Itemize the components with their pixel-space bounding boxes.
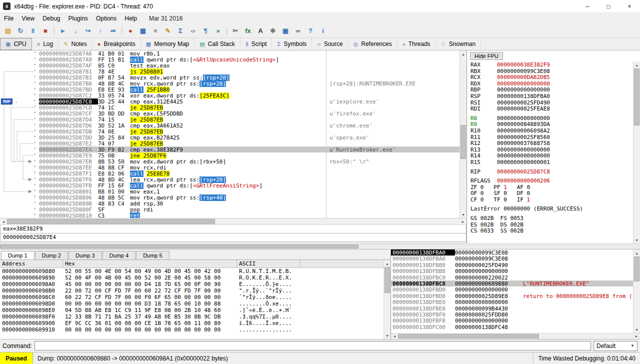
- disasm-row[interactable]: •00000000025D87A641 B0 01mov r8b,1: [0, 50, 460, 56]
- disasm-row[interactable]: •00000000025D880B48 83 C4add rsp,30: [0, 200, 460, 206]
- dump-row[interactable]: 00000000006098C060 22 72 CF FD 7F 00 00 …: [0, 294, 384, 300]
- scroll-right-icon[interactable]: ►: [460, 218, 466, 224]
- disasm-row[interactable]: •00000000025D880F5Fpop rdi: [0, 206, 460, 212]
- font-icon[interactable]: A: [254, 25, 266, 36]
- tab-references[interactable]: ◎References: [348, 38, 398, 50]
- breakpoint-dot[interactable]: •: [0, 212, 39, 218]
- source-icon[interactable]: ‹›: [187, 25, 199, 36]
- step-into-icon[interactable]: ↓: [70, 25, 82, 36]
- scroll-up-icon[interactable]: ▲: [384, 260, 390, 267]
- menu-file[interactable]: File: [0, 14, 18, 24]
- tab-snowman[interactable]: ☃Snowman: [436, 38, 481, 50]
- tab-symbols[interactable]: ΣSymbols: [272, 38, 312, 50]
- breakpoint-dot[interactable]: •: [0, 128, 39, 134]
- dump-row[interactable]: 000000000060988052 00 55 00 4E 00 54 00 …: [0, 268, 384, 274]
- scrollbar-thumb[interactable]: [634, 68, 640, 126]
- breakpoint-dot[interactable]: •: [0, 50, 39, 56]
- dump-row[interactable]: 000000000060989052 00 4F 00 4B 00 45 00 …: [0, 274, 384, 281]
- breakpoint-dot[interactable]: •: [0, 86, 39, 92]
- breakpoint-dot[interactable]: •: [0, 176, 39, 182]
- dump-tab-dump-5[interactable]: Dump 5: [136, 251, 170, 260]
- tab-breakpoints[interactable]: ●Breakpoints: [92, 38, 141, 50]
- stack-row[interactable]: 00000000138DFBA000000000099C3E08: [391, 250, 633, 256]
- scroll-left-icon[interactable]: ◄: [0, 218, 7, 224]
- disasm-row[interactable]: •00000000025D87AF85 C0test eax,eax: [0, 62, 460, 68]
- pause-icon[interactable]: ‖: [27, 25, 39, 36]
- disasm-row[interactable]: •00000000025D8801B8 01 00mov eax,1: [0, 188, 460, 194]
- dump-row[interactable]: 00000000006098B022 00 72 00 CF FD 7F 00 …: [0, 288, 384, 294]
- disassembly-hscrollbar[interactable]: ◄ ►: [0, 218, 466, 225]
- stack-row[interactable]: 00000000138DFBD00000000000000000: [391, 286, 633, 292]
- breakpoint-dot[interactable]: •: [0, 80, 39, 86]
- threads-icon[interactable]: »: [212, 25, 224, 36]
- hide-fpu-button[interactable]: Hide FPU: [470, 52, 503, 60]
- breakpoint-dot[interactable]: •: [0, 140, 39, 146]
- scrollbar-thumb[interactable]: [0, 244, 358, 248]
- breakpoints-icon[interactable]: ●: [124, 25, 136, 36]
- disasm-row[interactable]: •00000000025D87E975 0Bjne 25D87F6: [0, 152, 460, 158]
- scroll-down-icon[interactable]: ▼: [384, 332, 390, 339]
- menu-plugins[interactable]: Plugins: [64, 14, 92, 24]
- step-out-icon[interactable]: ↑: [94, 25, 106, 36]
- menu-help[interactable]: Help: [120, 14, 141, 24]
- registers-scrollbar[interactable]: ▲ ▼: [633, 62, 640, 244]
- stack-row[interactable]: 00000000138DFBB000000000025FD490: [391, 262, 633, 268]
- disasm-row[interactable]: •00000000025D87CF3D BD DDcmp eax,C5F5DDB…: [0, 110, 460, 116]
- stack-row[interactable]: 00000000138DFBC00000000000220022: [391, 274, 633, 280]
- tab-cpu[interactable]: ▣CPU: [0, 38, 32, 50]
- breakpoint-dot[interactable]: •: [0, 110, 39, 116]
- command-input[interactable]: [34, 341, 591, 350]
- dump-row[interactable]: 000000000060991000 00 00 00 00 00 00 00 …: [0, 326, 384, 333]
- breakpoint-dot[interactable]: •: [0, 170, 39, 176]
- dump-tab-dump-4[interactable]: Dump 4: [102, 251, 136, 260]
- menu-options[interactable]: Options: [92, 14, 120, 24]
- scrollbar-thumb[interactable]: [460, 125, 466, 159]
- breakpoint-dot[interactable]: •: [0, 68, 39, 74]
- breakpoint-dot[interactable]: •: [0, 158, 39, 164]
- breakpoint-dot[interactable]: •: [0, 152, 39, 158]
- references-icon[interactable]: ¶: [200, 25, 212, 36]
- disasm-row[interactable]: •00000000025D87C83D 25 44cmp eax,312E442…: [0, 98, 460, 104]
- tab-source[interactable]: ‹›Source: [312, 38, 348, 50]
- menu-view[interactable]: View: [18, 14, 38, 24]
- stack-row[interactable]: 00000000138DFBF80000000000000000: [391, 318, 633, 324]
- breakpoint-dot[interactable]: •: [0, 182, 39, 188]
- close-button[interactable]: ×: [619, 0, 640, 12]
- stack-row[interactable]: 00000000138DFBD800000000025D89E8return t…: [391, 293, 633, 299]
- stack-row[interactable]: 00000000138DFBF000000000025FDD80: [391, 312, 633, 318]
- breakpoint-dot[interactable]: •: [0, 116, 39, 122]
- tab-log[interactable]: ≡Log: [32, 38, 58, 50]
- disasm-row[interactable]: •00000000025D87F1E8 82 06call 25E8E78: [0, 170, 460, 176]
- stack-scrollbar[interactable]: ▲ ▼: [633, 250, 640, 333]
- breakpoint-dot[interactable]: •: [0, 146, 39, 152]
- breakpoint-dot[interactable]: •: [0, 62, 39, 68]
- tab-call-stack[interactable]: ▤Call Stack: [194, 38, 240, 50]
- disasm-row[interactable]: •00000000025D87EE48 8B CFmov rcx,rdi: [0, 164, 460, 170]
- disasm-row[interactable]: •00000000025D87E43D F9 82cmp eax,38E382F…: [0, 146, 460, 152]
- dump-row[interactable]: 0000000000609900EF 9C CC 36 01 00 00 00 …: [0, 320, 384, 326]
- scroll-up-icon[interactable]: ▲: [634, 62, 640, 68]
- stack-row[interactable]: 00000000138DFBB80000000000000000: [391, 268, 633, 274]
- disasm-row[interactable]: •00000000025D87EB8B 53 50mov edx,dword p…: [0, 158, 460, 164]
- disasm-row[interactable]: •00000000025D87D474 15je 25D87EB: [0, 116, 460, 122]
- breakpoint-dot[interactable]: •: [0, 200, 39, 206]
- breakpoint-dot[interactable]: •: [0, 122, 39, 128]
- dump-row[interactable]: 00000000006098F012 33 8B 71 71 BA 25 37 …: [0, 314, 384, 320]
- breakpoint-dot[interactable]: •: [0, 194, 39, 200]
- disassembly-scrollbar[interactable]: ▲ ▼: [460, 50, 466, 218]
- menu-debug[interactable]: Debug: [38, 14, 64, 24]
- stack-row[interactable]: 00000000138DFC0000000000138DFC48: [391, 324, 633, 330]
- disasm-row[interactable]: •00000000025D8810C3ret: [0, 212, 460, 218]
- dump-row[interactable]: 00000000006098E004 5D 88 AB E8 1C C9 11 …: [0, 307, 384, 314]
- memory-map-icon[interactable]: ▦: [137, 25, 149, 36]
- dump-tab-dump-1[interactable]: Dump 1: [1, 251, 34, 260]
- breakpoint-dot[interactable]: •: [0, 74, 39, 80]
- run-to-user-code-icon[interactable]: ⇒: [107, 25, 119, 36]
- call-stack-icon[interactable]: ≡: [150, 25, 162, 36]
- disasm-row[interactable]: •00000000025D880648 8B 5Cmov rbx,qword p…: [0, 194, 460, 200]
- open-file-icon[interactable]: ▤: [2, 25, 14, 36]
- disasm-row[interactable]: •00000000025D87F648 8D 4Clea rcx,qword p…: [0, 176, 460, 182]
- scrollbar-thumb[interactable]: [398, 334, 539, 338]
- dump-tab-dump-3[interactable]: Dump 3: [68, 251, 102, 260]
- patches-icon[interactable]: ✂: [230, 25, 242, 36]
